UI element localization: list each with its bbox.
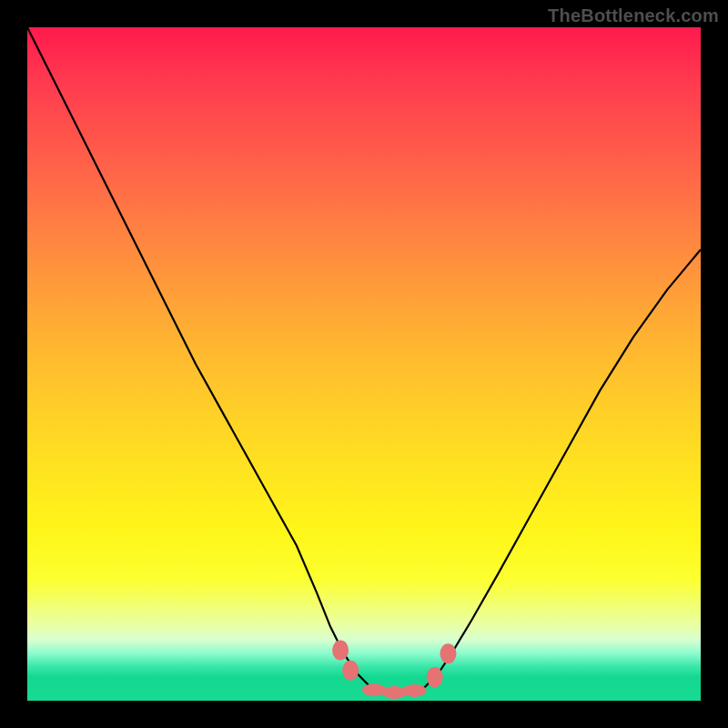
bottleneck-curve — [27, 27, 701, 693]
plot-area — [27, 27, 701, 701]
curve-marker — [382, 686, 406, 699]
curve-marker — [427, 667, 443, 687]
watermark-text: TheBottleneck.com — [548, 5, 719, 26]
curve-marker — [332, 641, 349, 661]
curve-marker — [342, 661, 359, 681]
curve-marker — [403, 684, 427, 697]
curve-marker — [440, 643, 457, 663]
curve-marker — [362, 683, 386, 696]
marker-group — [332, 641, 456, 700]
curve-layer — [27, 27, 701, 701]
chart-frame: TheBottleneck.com — [0, 0, 728, 728]
